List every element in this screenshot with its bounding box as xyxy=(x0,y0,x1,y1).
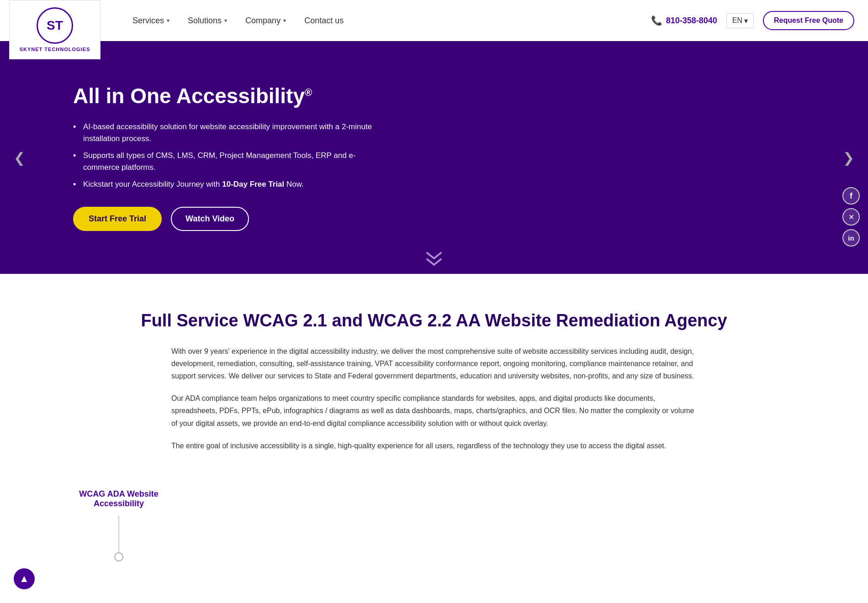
request-quote-button[interactable]: Request Free Quote xyxy=(763,11,854,30)
chevron-down-icon: ▾ xyxy=(283,17,286,24)
nav-services[interactable]: Services ▾ xyxy=(132,16,169,26)
chevron-down-icon: ▾ xyxy=(167,17,169,24)
language-selector[interactable]: EN ▾ xyxy=(726,13,754,28)
timeline-dot xyxy=(114,552,123,561)
hero-bullet-1: AI-based accessibility solution for webs… xyxy=(73,121,384,144)
facebook-icon[interactable]: f xyxy=(842,187,860,204)
section-para-1: With over 9 years' experience in the dig… xyxy=(171,345,697,383)
section-para-2: Our ADA compliance team helps organizati… xyxy=(171,392,697,430)
nav-links: Services ▾ Solutions ▾ Company ▾ Contact… xyxy=(132,16,344,26)
nav-company[interactable]: Company ▾ xyxy=(245,16,286,26)
chevron-down-icon: ▾ xyxy=(744,16,748,25)
logo-circle: ST xyxy=(37,7,73,44)
section-para-3: The entire goal of inclusive accessibili… xyxy=(171,440,697,452)
nav-solutions[interactable]: Solutions ▾ xyxy=(188,16,227,26)
nav-contact[interactable]: Contact us xyxy=(304,16,344,26)
social-icons: f ✕ in xyxy=(842,187,863,246)
nav-right: 📞 810-358-8040 EN ▾ Request Free Quote xyxy=(651,11,854,30)
hero-bullet-3: Kickstart your Accessibility Journey wit… xyxy=(73,178,384,190)
chevron-down-icon: ▾ xyxy=(224,17,227,24)
carousel-next-button[interactable]: ❯ xyxy=(843,150,854,166)
scroll-down-indicator[interactable] xyxy=(425,252,443,266)
carousel-prev-button[interactable]: ❮ xyxy=(14,150,25,166)
linkedin-icon[interactable]: in xyxy=(842,229,860,246)
timeline: WCAG ADA WebsiteAccessibility xyxy=(73,489,164,561)
bottom-section: WCAG ADA WebsiteAccessibility xyxy=(0,489,868,589)
hero-bullet-2: Supports all types of CMS, LMS, CRM, Pro… xyxy=(73,150,384,173)
timeline-title: WCAG ADA WebsiteAccessibility xyxy=(79,489,158,509)
hero-buttons: Start Free Trial Watch Video xyxy=(73,207,384,231)
x-twitter-icon[interactable]: ✕ xyxy=(842,208,860,225)
hero-title: All in One Accessibility® xyxy=(73,84,384,108)
bold-trial-text: 10-Day Free Trial xyxy=(222,180,284,189)
hero-section: ❮ All in One Accessibility® AI-based acc… xyxy=(0,41,868,274)
scroll-to-top-button[interactable]: ▲ xyxy=(14,568,35,589)
timeline-line xyxy=(118,516,119,552)
about-section: Full Service WCAG 2.1 and WCAG 2.2 AA We… xyxy=(0,274,868,489)
navbar: ST SKYNET TECHNOLOGIES Services ▾ Soluti… xyxy=(0,0,868,41)
logo-initials: ST xyxy=(47,18,63,33)
hero-bullets: AI-based accessibility solution for webs… xyxy=(73,121,384,190)
logo[interactable]: ST SKYNET TECHNOLOGIES xyxy=(9,0,101,59)
watch-video-button[interactable]: Watch Video xyxy=(171,207,249,231)
phone-icon: 📞 xyxy=(651,15,662,26)
section-title: Full Service WCAG 2.1 and WCAG 2.2 AA We… xyxy=(73,310,795,331)
phone-number: 810-358-8040 xyxy=(666,16,717,26)
hero-content: All in One Accessibility® AI-based acces… xyxy=(73,84,384,231)
start-trial-button[interactable]: Start Free Trial xyxy=(73,207,162,231)
phone-area[interactable]: 📞 810-358-8040 xyxy=(651,15,717,26)
brand-name: SKYNET TECHNOLOGIES xyxy=(20,47,90,52)
